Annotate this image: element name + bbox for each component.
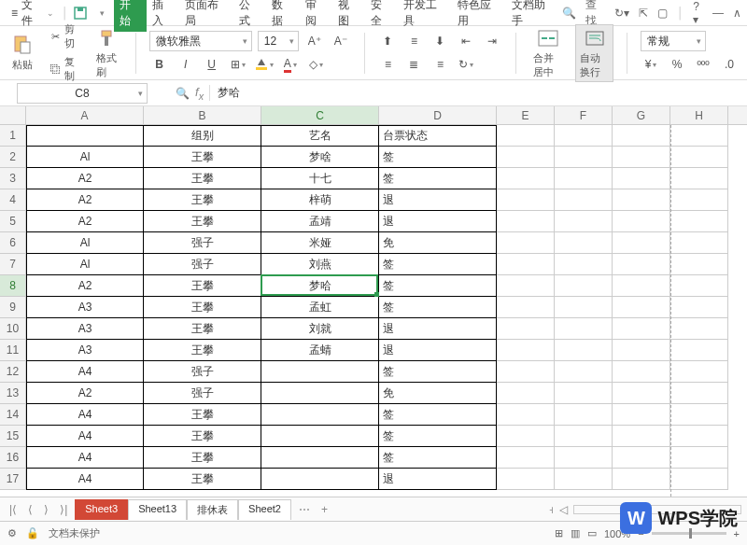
cell[interactable] xyxy=(670,189,728,211)
font-select[interactable]: 微软雅黑▾ xyxy=(149,31,252,51)
ribbon-tab-4[interactable]: 数据 xyxy=(266,0,299,32)
help-icon[interactable]: ?▾ xyxy=(693,0,703,26)
cell[interactable]: A3 xyxy=(26,318,144,340)
cell[interactable] xyxy=(555,254,613,275)
ribbon-tab-1[interactable]: 插入 xyxy=(147,0,179,32)
sheet-add-icon[interactable]: + xyxy=(317,503,331,516)
row-header[interactable]: 15 xyxy=(0,426,25,447)
cut-button[interactable]: ✂剪切 xyxy=(47,21,83,51)
sheet-tab[interactable]: Sheet13 xyxy=(128,499,187,520)
sheet-tab[interactable]: Sheet3 xyxy=(75,499,128,520)
format-painter-button[interactable]: 格式刷 xyxy=(92,25,122,81)
column-header[interactable]: H xyxy=(670,106,728,124)
sync-icon[interactable]: ↻▾ xyxy=(614,7,629,20)
ribbon-tab-2[interactable]: 页面布局 xyxy=(179,0,233,32)
cell[interactable] xyxy=(613,189,670,211)
bold-button[interactable]: B xyxy=(149,54,170,75)
merge-button[interactable]: 合并居中 xyxy=(529,25,566,81)
view-page-icon[interactable]: ▥ xyxy=(571,527,580,539)
column-header[interactable]: B xyxy=(144,106,261,124)
column-header[interactable]: A xyxy=(26,106,144,124)
align-center-icon[interactable]: ≣ xyxy=(403,54,424,75)
align-bottom-icon[interactable]: ⬇ xyxy=(430,31,450,51)
cell-style-button[interactable]: ◇ xyxy=(306,54,327,75)
cell[interactable]: A2 xyxy=(26,168,144,189)
row-header[interactable]: 1 xyxy=(0,125,25,147)
view-reading-icon[interactable]: ▭ xyxy=(587,527,597,539)
cell[interactable] xyxy=(555,125,613,147)
column-header[interactable]: C xyxy=(261,106,379,124)
cell[interactable]: 签 xyxy=(379,254,497,275)
row-header[interactable]: 12 xyxy=(0,361,25,383)
cell[interactable] xyxy=(555,318,613,340)
cell[interactable]: 退 xyxy=(379,318,497,340)
ribbon-tab-3[interactable]: 公式 xyxy=(233,0,266,32)
column-header[interactable]: G xyxy=(613,106,670,124)
cell[interactable] xyxy=(497,211,555,232)
column-headers[interactable]: ABCDEFGH xyxy=(26,106,747,125)
cell[interactable] xyxy=(670,469,728,490)
decrease-font-icon[interactable]: A⁻ xyxy=(331,31,351,51)
share-icon[interactable]: ⇱ xyxy=(639,7,648,20)
cell[interactable]: 梦哈 xyxy=(261,275,379,297)
fill-color-button[interactable] xyxy=(254,54,275,75)
cell[interactable] xyxy=(555,383,613,404)
paste-button[interactable]: 粘贴 xyxy=(7,32,37,74)
cell[interactable] xyxy=(613,147,670,168)
hscroll-left-icon[interactable]: ◁ xyxy=(559,503,568,516)
settings-icon[interactable]: ⚙ xyxy=(7,527,17,539)
wrap-button[interactable]: 自动换行 xyxy=(575,24,613,82)
cell[interactable] xyxy=(26,125,144,147)
cell[interactable]: 免 xyxy=(379,383,497,404)
cell[interactable] xyxy=(613,361,670,383)
cell[interactable] xyxy=(555,275,613,297)
cell[interactable]: 签 xyxy=(379,275,497,297)
lock-icon[interactable]: 🔓 xyxy=(26,527,39,539)
fx-label[interactable]: fx xyxy=(195,85,204,102)
cell[interactable] xyxy=(670,147,728,168)
cell[interactable]: 强子 xyxy=(144,383,261,404)
comma-icon[interactable]: ººº xyxy=(693,54,713,75)
cell[interactable] xyxy=(261,426,379,447)
cell[interactable]: 王攀 xyxy=(144,469,261,490)
cell[interactable]: A3 xyxy=(26,297,144,318)
cell[interactable] xyxy=(670,297,728,318)
window-icon[interactable]: ▢ xyxy=(657,7,668,20)
cell[interactable] xyxy=(670,340,728,361)
select-all-corner[interactable] xyxy=(0,106,26,125)
column-header[interactable]: F xyxy=(555,106,613,124)
cell[interactable]: 刘燕 xyxy=(261,254,379,275)
cell[interactable] xyxy=(497,232,555,254)
cell[interactable] xyxy=(670,211,728,232)
cell[interactable]: 王攀 xyxy=(144,189,261,211)
cell[interactable]: A3 xyxy=(26,340,144,361)
column-header[interactable]: D xyxy=(379,106,497,124)
row-header[interactable]: 7 xyxy=(0,254,25,275)
cell[interactable] xyxy=(497,147,555,168)
name-box[interactable]: C8▾ xyxy=(17,83,148,104)
cell[interactable] xyxy=(497,297,555,318)
cell[interactable]: 王攀 xyxy=(144,297,261,318)
sheet-tab[interactable]: Sheet2 xyxy=(238,499,291,520)
cell[interactable]: 十七 xyxy=(261,168,379,189)
cell[interactable] xyxy=(497,254,555,275)
cell[interactable]: A4 xyxy=(26,469,144,490)
orientation-icon[interactable]: ↻ xyxy=(456,54,476,75)
indent-increase-icon[interactable]: ⇥ xyxy=(482,31,502,51)
cell[interactable] xyxy=(670,318,728,340)
cell[interactable] xyxy=(497,361,555,383)
row-header[interactable]: 16 xyxy=(0,447,25,469)
column-header[interactable]: E xyxy=(497,106,555,124)
cell[interactable] xyxy=(670,361,728,383)
cell[interactable] xyxy=(613,404,670,426)
ribbon-tab-5[interactable]: 审阅 xyxy=(300,0,332,32)
cell[interactable] xyxy=(613,318,670,340)
ribbon-tab-7[interactable]: 安全 xyxy=(365,0,398,32)
dropdown-icon[interactable]: ▾ xyxy=(92,3,112,23)
cell[interactable] xyxy=(670,404,728,426)
ribbon-tab-8[interactable]: 开发工具 xyxy=(398,0,452,32)
cell[interactable] xyxy=(613,426,670,447)
split-icon[interactable]: ⫞ xyxy=(548,503,554,516)
cell[interactable] xyxy=(613,275,670,297)
cell[interactable] xyxy=(497,340,555,361)
